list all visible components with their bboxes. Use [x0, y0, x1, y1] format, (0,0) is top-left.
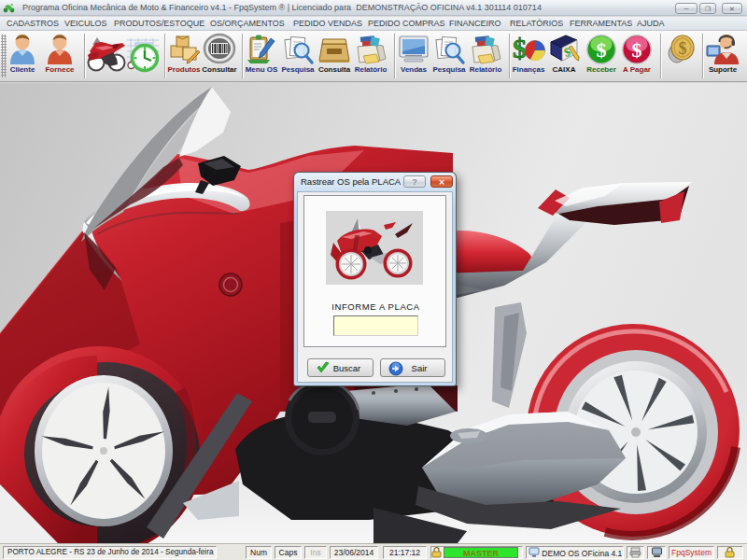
svg-text:$: $ [513, 33, 527, 63]
svg-text:$: $ [597, 38, 607, 62]
svg-text:$: $ [632, 38, 642, 62]
svg-text:$: $ [679, 39, 687, 58]
